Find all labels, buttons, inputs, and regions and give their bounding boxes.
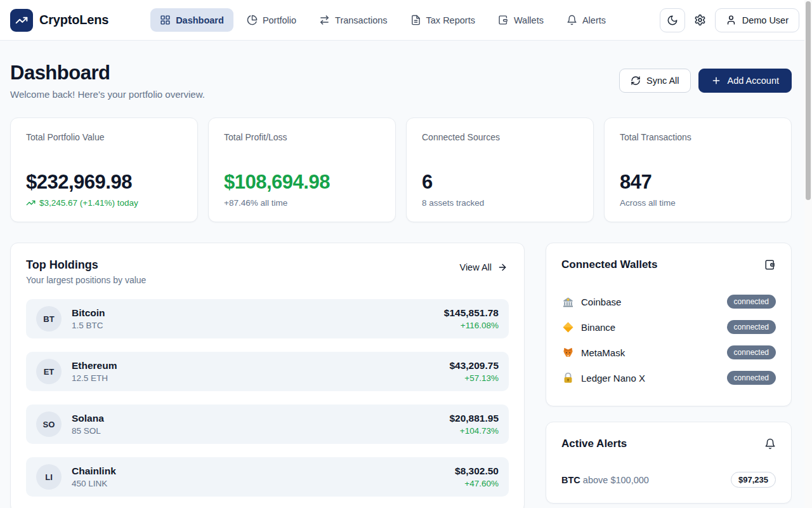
coin-name: Ethereum: [72, 360, 117, 371]
page-content: Dashboard Welcome back! Here's your port…: [0, 41, 802, 508]
holding-row-bitcoin[interactable]: BT Bitcoin 1.5 BTC $145,851.78 +116.08%: [26, 299, 509, 338]
wallet-name: Binance: [581, 322, 615, 333]
holding-row-ethereum[interactable]: ET Ethereum 12.5 ETH $43,209.75 +57.13%: [26, 352, 509, 391]
stat-card-connected-sources: Connected Sources 6 8 assets tracked: [406, 117, 594, 222]
stat-card-portfolio-value: Total Portfolio Value $232,969.98 $3,245…: [10, 117, 198, 222]
wallet-status-badge: connected: [727, 371, 776, 385]
stat-sub: $3,245.67 (+1.41%) today: [26, 198, 182, 208]
alerts-title: Active Alerts: [561, 438, 627, 450]
holding-row-solana[interactable]: SO Solana 85 SOL $20,881.95 +104.73%: [26, 404, 509, 444]
stat-sub: 8 assets tracked: [422, 198, 578, 208]
nav-item-wallets[interactable]: Wallets: [488, 8, 553, 32]
vertical-scrollbar[interactable]: [804, 0, 812, 508]
header-actions: Sync All Add Account: [619, 69, 792, 93]
wallet-row-ledger[interactable]: Ledger Nano X connected: [561, 365, 776, 391]
page-header: Dashboard Welcome back! Here's your port…: [10, 41, 792, 100]
wallet-icon: [498, 15, 509, 25]
nav-item-alerts[interactable]: Alerts: [557, 8, 615, 32]
wallet-list: Coinbase connected Binance connected Met…: [561, 289, 776, 391]
stat-label: Total Portfolio Value: [26, 132, 182, 142]
stat-sub: +87.46% all time: [224, 198, 380, 208]
coin-value: $20,881.95: [449, 413, 499, 424]
wallet-row-metamask[interactable]: MetaMask connected: [561, 340, 776, 365]
user-name: Demo User: [742, 15, 789, 25]
holdings-subtitle: Your largest positions by value: [26, 275, 146, 285]
coin-change: +104.73%: [449, 426, 499, 436]
wallets-title: Connected Wallets: [561, 258, 657, 271]
wallet-status-badge: connected: [727, 345, 776, 359]
brand[interactable]: CryptoLens: [10, 9, 108, 32]
dashboard-grid-icon: [160, 15, 171, 25]
nav-item-dashboard[interactable]: Dashboard: [150, 8, 233, 32]
nav-actions: Demo User: [660, 8, 799, 32]
stat-label: Connected Sources: [422, 132, 578, 142]
stat-value: 847: [620, 171, 776, 194]
wallet-name: MetaMask: [581, 347, 625, 358]
alert-current-value-badge: $97,235: [731, 472, 776, 488]
coin-change: +47.60%: [455, 479, 499, 488]
refresh-icon: [631, 76, 641, 86]
alert-row-btc[interactable]: BTC above $100,000 $97,235: [561, 472, 776, 488]
alert-asset: BTC: [561, 475, 580, 485]
coin-avatar: ET: [36, 359, 62, 384]
wallet-row-binance[interactable]: Binance connected: [561, 314, 776, 340]
scrollbar-thumb[interactable]: [806, 1, 811, 200]
view-all-button[interactable]: View All: [458, 258, 509, 276]
stat-card-total-transactions: Total Transactions 847 Across all time: [604, 117, 792, 222]
nav-item-tax-reports[interactable]: Tax Reports: [401, 8, 485, 32]
trending-up-icon: [26, 198, 36, 208]
holding-list: BT Bitcoin 1.5 BTC $145,851.78 +116.08% …: [26, 299, 509, 497]
moon-icon: [667, 15, 678, 26]
stat-label: Total Profit/Loss: [224, 132, 380, 142]
coin-avatar: BT: [36, 306, 62, 331]
coin-change: +57.13%: [449, 373, 499, 383]
trending-up-logo-icon: [10, 9, 33, 32]
coin-value: $43,209.75: [449, 360, 499, 371]
coin-avatar: LI: [36, 464, 62, 490]
bell-icon: [764, 438, 776, 450]
nav-label: Wallets: [514, 15, 544, 25]
user-icon: [726, 15, 737, 25]
page-subtitle: Welcome back! Here's your portfolio over…: [10, 89, 205, 100]
fox-icon: [561, 346, 574, 359]
coin-value: $145,851.78: [444, 307, 499, 319]
coin-value: $8,302.50: [455, 465, 499, 477]
arrow-right-icon: [497, 262, 508, 272]
stat-card-profit-loss: Total Profit/Loss $108,694.98 +87.46% al…: [208, 117, 396, 222]
document-icon: [410, 15, 421, 25]
theme-toggle-button[interactable]: [660, 8, 685, 32]
alert-condition: above $100,000: [583, 475, 649, 485]
coin-change: +116.08%: [444, 321, 499, 330]
page-title-block: Dashboard Welcome back! Here's your port…: [10, 62, 205, 100]
page-title: Dashboard: [10, 62, 205, 84]
holdings-title-block: Top Holdings Your largest positions by v…: [26, 258, 146, 285]
nav-item-portfolio[interactable]: Portfolio: [237, 8, 306, 32]
alert-text: BTC above $100,000: [561, 475, 649, 485]
sync-all-button[interactable]: Sync All: [619, 69, 691, 93]
coin-name: Bitcoin: [72, 307, 105, 319]
holding-row-chainlink[interactable]: LI Chainlink 450 LINK $8,302.50 +47.60%: [26, 457, 509, 497]
nav-label: Transactions: [335, 15, 387, 25]
top-holdings-card: Top Holdings Your largest positions by v…: [10, 243, 525, 508]
wallet-row-coinbase[interactable]: Coinbase connected: [561, 289, 776, 314]
nav-label: Portfolio: [263, 15, 296, 25]
plus-icon: [711, 76, 721, 86]
wallet-status-badge: connected: [727, 295, 776, 309]
user-menu-button[interactable]: Demo User: [715, 8, 799, 32]
holdings-title: Top Holdings: [26, 258, 146, 272]
sync-all-label: Sync All: [646, 76, 679, 86]
add-account-button[interactable]: Add Account: [698, 69, 792, 93]
gear-icon: [694, 14, 706, 26]
nav-item-transactions[interactable]: Transactions: [310, 8, 396, 32]
settings-button[interactable]: [694, 14, 706, 26]
wallet-name: Ledger Nano X: [581, 373, 645, 384]
stat-sub-text: $3,245.67 (+1.41%) today: [39, 198, 138, 208]
pie-chart-icon: [247, 15, 258, 25]
wallet-name: Coinbase: [581, 297, 621, 307]
transfer-arrows-icon: [319, 15, 330, 25]
coin-name: Solana: [72, 413, 104, 424]
brand-name: CryptoLens: [39, 13, 108, 27]
coin-name: Chainlink: [72, 465, 116, 477]
stat-value: $108,694.98: [224, 171, 380, 194]
coin-avatar: SO: [36, 411, 62, 437]
